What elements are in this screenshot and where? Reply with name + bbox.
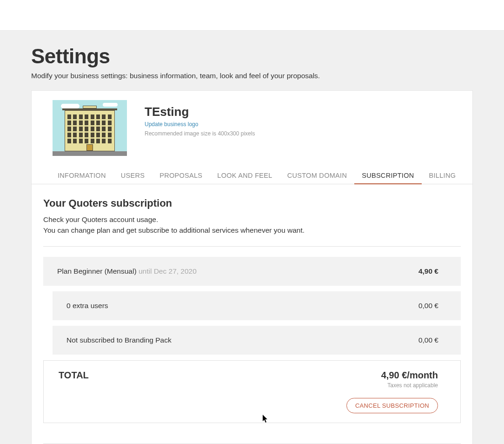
branding-line-item: Not subscribed to Branding Pack 0,00 € [53,326,461,355]
total-label: TOTAL [59,370,89,381]
page-subtitle: Modify your business settings: business … [31,72,473,80]
top-bar [0,0,504,31]
divider [43,246,461,247]
extra-users-price: 0,00 € [418,302,438,310]
plan-name: Plan Beginner (Mensual) [57,267,139,275]
branding-price: 0,00 € [418,336,438,344]
taxes-note: Taxes not applicable [346,382,438,389]
business-logo[interactable] [53,100,127,156]
tab-look-and-feel[interactable]: LOOK AND FEEL [210,167,279,184]
subscription-desc-1: Check your Quoters account usage. [43,214,461,225]
settings-card: TEsting Update business logo Recommended… [31,90,473,444]
cancel-subscription-button[interactable]: CANCEL SUBSCRIPTION [346,398,438,413]
bottom-divider [43,444,461,444]
tab-subscription[interactable]: SUBSCRIPTION [354,167,421,184]
business-header: TEsting Update business logo Recommended… [32,100,472,156]
extra-users-line-item: 0 extra users 0,00 € [53,291,461,320]
plan-line-item: Plan Beginner (Mensual) until Dec 27, 20… [43,257,461,286]
page-title: Settings [31,45,473,68]
tab-billing[interactable]: BILLING [422,167,464,184]
business-name: TEsting [145,105,255,119]
plan-label: Plan Beginner (Mensual) until Dec 27, 20… [57,267,197,276]
branding-label: Not subscribed to Branding Pack [66,336,172,344]
subscription-desc-2: You can change plan and get subscribe to… [43,225,461,235]
tabs: INFORMATION USERS PROPOSALS LOOK AND FEE… [32,167,472,184]
plan-price: 4,90 € [418,267,438,276]
tab-custom-domain[interactable]: CUSTOM DOMAIN [280,167,355,184]
total-amount: 4,90 €/month [346,370,438,381]
subscription-heading: Your Quoters subscription [43,197,461,209]
plan-until: until Dec 27, 2020 [139,267,197,275]
extra-users-label: 0 extra users [66,302,108,310]
tab-users[interactable]: USERS [113,167,152,184]
tab-content: Your Quoters subscription Check your Quo… [32,184,472,432]
total-box: TOTAL 4,90 €/month Taxes not applicable … [43,360,461,423]
business-info: TEsting Update business logo Recommended… [145,100,255,137]
tab-information[interactable]: INFORMATION [50,167,113,184]
image-size-note: Recommended image size is 400x300 pixels [145,130,255,137]
tab-proposals[interactable]: PROPOSALS [152,167,210,184]
update-business-logo-link[interactable]: Update business logo [145,121,255,128]
page-wrapper: Settings Modify your business settings: … [0,31,504,444]
